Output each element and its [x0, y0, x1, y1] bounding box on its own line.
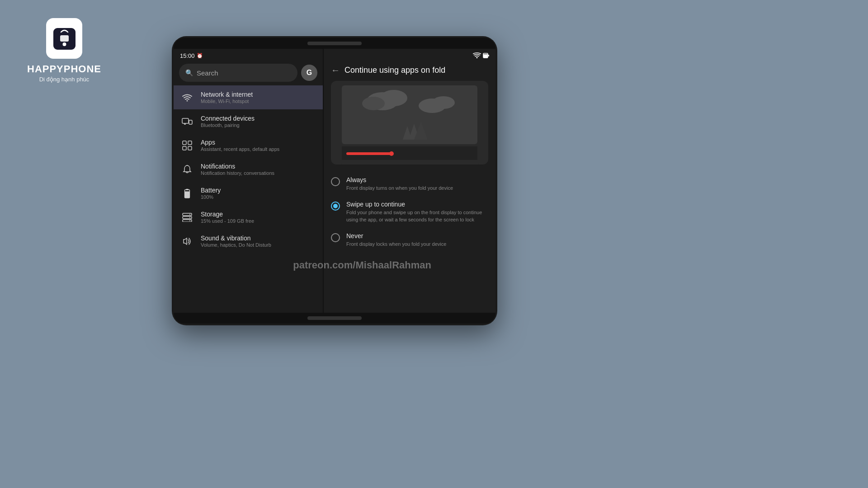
- network-title: Network & internet: [201, 91, 316, 98]
- fold-preview-image: [331, 81, 488, 164]
- brand-tagline: Di động hạnh phúc: [39, 76, 90, 83]
- svg-point-29: [362, 97, 385, 110]
- search-bar[interactable]: 🔍 Search: [179, 64, 297, 82]
- notifications-subtitle: Notification history, conversations: [201, 170, 316, 176]
- svg-point-31: [432, 96, 455, 109]
- svg-rect-9: [188, 141, 192, 145]
- phone-screen: 15:00 ⏰ 🔍 Search G: [174, 49, 495, 313]
- svg-point-37: [389, 151, 394, 156]
- devices-icon: [181, 115, 193, 128]
- logo-area: HAPPYPHONE Di động hạnh phúc: [27, 18, 101, 83]
- search-icon: 🔍: [185, 69, 193, 76]
- svg-point-1: [62, 42, 66, 46]
- hinge-bar-bottom: [307, 316, 362, 320]
- storage-title: Storage: [201, 211, 316, 218]
- always-label: Always: [346, 176, 488, 183]
- svg-rect-4: [182, 118, 189, 123]
- svg-rect-24: [488, 55, 489, 56]
- radio-circle-always: [331, 177, 340, 186]
- apps-subtitle: Assistant, recent apps, default apps: [201, 146, 316, 152]
- svg-point-18: [189, 214, 190, 215]
- brand-name: HAPPYPHONE: [27, 63, 101, 75]
- settings-item-apps[interactable]: Apps Assistant, recent apps, default app…: [174, 133, 323, 157]
- settings-panel: 15:00 ⏰ 🔍 Search G: [174, 49, 323, 313]
- fold-title: Continue using apps on fold: [344, 66, 445, 75]
- sound-icon: [181, 235, 193, 248]
- svg-point-21: [476, 57, 478, 58]
- svg-rect-11: [188, 146, 192, 150]
- connected-subtitle: Bluetooth, pairing: [201, 122, 316, 128]
- phone-hinge-top: [174, 38, 495, 49]
- bell-icon: [181, 163, 193, 176]
- phone-frame: 15:00 ⏰ 🔍 Search G: [172, 36, 497, 325]
- svg-rect-8: [183, 141, 186, 145]
- battery-subtitle: 100%: [201, 194, 316, 200]
- apps-icon: [181, 139, 193, 152]
- logo-icon: [46, 18, 82, 59]
- radio-circle-never: [331, 233, 340, 242]
- settings-item-connected[interactable]: Connected devices Bluetooth, pairing: [174, 109, 323, 133]
- sound-title: Sound & vibration: [201, 235, 316, 242]
- hinge-bar: [307, 42, 362, 45]
- svg-point-19: [189, 217, 190, 218]
- fold-content: Always Front display turns on when you f…: [324, 81, 495, 313]
- notifications-title: Notifications: [201, 163, 316, 170]
- never-label: Never: [346, 232, 488, 239]
- status-time: 15:00 ⏰: [180, 52, 203, 59]
- alarm-icon: ⏰: [197, 53, 203, 59]
- search-container: 🔍 Search G: [174, 61, 323, 85]
- wifi-icon: [181, 91, 193, 104]
- settings-list: Network & internet Mobile, Wi-Fi, hotspo…: [174, 85, 323, 313]
- svg-rect-23: [483, 54, 488, 58]
- radio-option-swipe[interactable]: Swipe up to continue Fold your phone and…: [331, 196, 488, 228]
- fold-status-icons: [473, 52, 489, 59]
- swipe-desc: Fold your phone and swipe up on the fron…: [346, 209, 488, 223]
- search-placeholder: Search: [197, 69, 218, 77]
- svg-rect-10: [183, 146, 186, 150]
- svg-rect-5: [189, 120, 192, 124]
- apps-title: Apps: [201, 139, 316, 146]
- radio-circle-swipe: [331, 202, 340, 211]
- svg-rect-14: [186, 188, 189, 190]
- never-desc: Front display locks when you fold your d…: [346, 241, 488, 248]
- svg-point-20: [189, 220, 190, 221]
- status-bar-right: [324, 49, 495, 61]
- sound-subtitle: Volume, haptics, Do Not Disturb: [201, 242, 316, 248]
- fold-panel: ← Continue using apps on fold: [324, 49, 495, 313]
- settings-item-battery[interactable]: Battery 100%: [174, 181, 323, 205]
- battery-icon: [181, 187, 193, 200]
- svg-rect-36: [346, 152, 392, 155]
- svg-rect-2: [60, 35, 69, 42]
- svg-point-3: [187, 100, 188, 101]
- always-desc: Front display turns on when you fold you…: [346, 185, 488, 192]
- battery-title: Battery: [201, 187, 316, 194]
- radio-option-never[interactable]: Never Front display locks when you fold …: [331, 228, 488, 252]
- status-bar-left: 15:00 ⏰: [174, 49, 323, 61]
- storage-icon: [181, 211, 193, 224]
- connected-title: Connected devices: [201, 115, 316, 122]
- google-button[interactable]: G: [301, 65, 317, 81]
- swipe-label: Swipe up to continue: [346, 201, 488, 208]
- fold-header: ← Continue using apps on fold: [324, 61, 495, 81]
- storage-subtitle: 15% used - 109 GB free: [201, 218, 316, 224]
- svg-rect-13: [185, 191, 190, 198]
- settings-item-network[interactable]: Network & internet Mobile, Wi-Fi, hotspo…: [174, 85, 323, 109]
- settings-item-notifications[interactable]: Notifications Notification history, conv…: [174, 157, 323, 181]
- phone-hinge-bottom: [174, 313, 495, 324]
- radio-option-always[interactable]: Always Front display turns on when you f…: [331, 172, 488, 196]
- back-button[interactable]: ←: [331, 65, 340, 75]
- settings-item-sound[interactable]: Sound & vibration Volume, haptics, Do No…: [174, 229, 323, 253]
- network-subtitle: Mobile, Wi-Fi, hotspot: [201, 99, 316, 104]
- settings-item-storage[interactable]: Storage 15% used - 109 GB free: [174, 205, 323, 229]
